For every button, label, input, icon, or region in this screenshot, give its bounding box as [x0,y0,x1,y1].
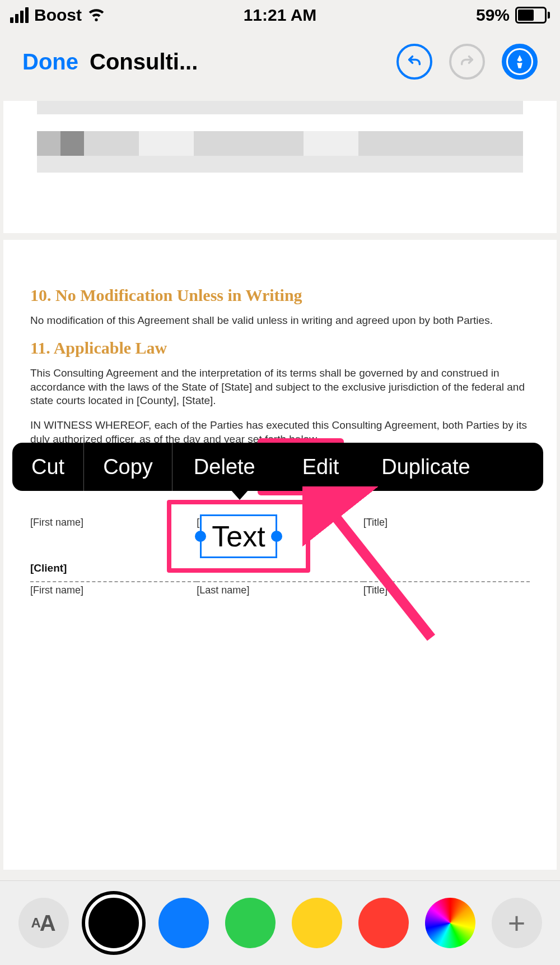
color-picker-button[interactable] [425,898,475,948]
plus-icon: + [508,906,526,940]
text-large-a: A [40,911,56,936]
add-annotation-button[interactable]: + [492,898,542,948]
context-copy[interactable]: Copy [84,443,172,491]
redo-button [449,44,485,80]
color-black[interactable] [85,894,142,952]
resize-handle-right[interactable] [271,531,282,542]
context-duplicate[interactable]: Duplicate [365,443,487,491]
color-red[interactable] [358,898,409,948]
markup-pen-icon [506,48,533,75]
resize-handle-left[interactable] [195,531,206,542]
done-button[interactable]: Done [22,49,78,75]
nav-bar: Done Consulti... [0,39,560,84]
document-title: Consulti... [90,49,198,75]
battery-icon [515,7,550,24]
section-body-10: No modification of this Agreement shall … [30,314,530,327]
witness-clause: IN WITNESS WHEREOF, each of the Parties … [30,419,530,446]
undo-button[interactable] [396,44,432,80]
color-yellow[interactable] [292,898,342,948]
context-menu-arrow-icon [231,490,249,500]
text-style-button[interactable]: AA [18,898,69,948]
sig-title-2: [Title] [363,584,530,596]
context-edit[interactable]: Edit [277,443,365,491]
sig-first-2: [First name] [30,584,197,596]
context-menu: Cut Copy Delete Edit Duplicate [12,443,543,491]
color-green[interactable] [225,898,276,948]
text-annotation-box[interactable]: Text [200,514,277,558]
status-bar: Boost 11:21 AM 59% [0,0,560,30]
context-cut[interactable]: Cut [12,443,83,491]
section-body-11: This Consulting Agreement and the interp… [30,366,530,407]
status-time: 11:21 AM [0,6,560,25]
document-page-prev [3,101,557,233]
color-blue[interactable] [158,898,209,948]
section-heading-10: 10. No Modification Unless in Writing [30,286,530,305]
context-delete[interactable]: Delete [172,443,277,491]
markup-button[interactable] [502,44,538,80]
annotation-highlight-textbox: Text [167,500,310,573]
text-annotation-value: Text [212,520,265,553]
markup-palette: AA + [0,880,560,965]
sig-title-1: [Title] [363,517,530,528]
sig-last-2: [Last name] [197,584,363,596]
section-heading-11: 11. Applicable Law [30,338,530,358]
